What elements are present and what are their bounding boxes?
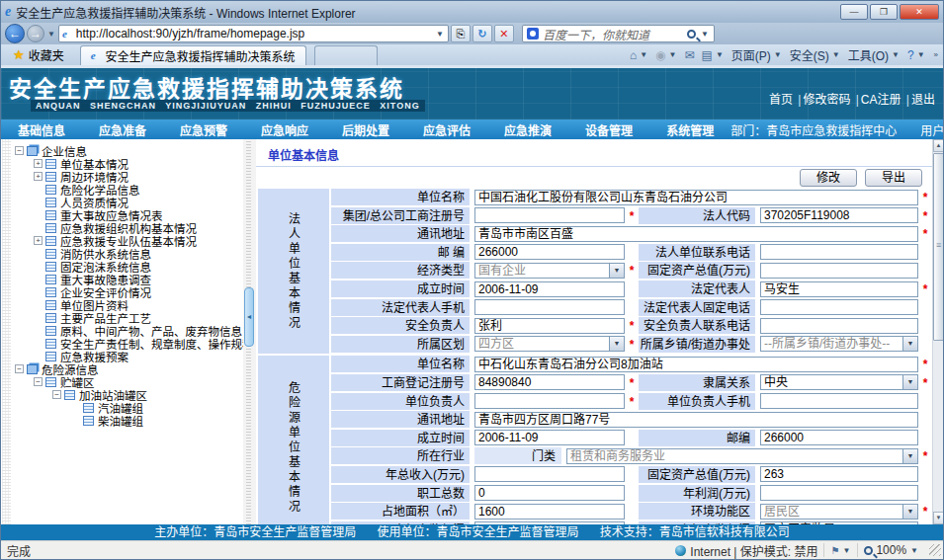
header-link-2[interactable]: CA注册 <box>861 93 901 107</box>
address-bar[interactable]: e http://localhost:90/yjzh/frame/homepag… <box>58 25 449 42</box>
collapse-icon[interactable]: − <box>52 390 61 399</box>
modify-button[interactable]: 修改 <box>800 169 857 187</box>
tree-item[interactable]: 危险化学品信息 <box>15 183 243 196</box>
menu-item-4[interactable]: 后期处置 <box>325 121 406 138</box>
resize-grip[interactable] <box>929 544 941 556</box>
help-menu[interactable]: ?▼ <box>907 48 926 62</box>
form-input[interactable]: 266000 <box>760 430 918 445</box>
export-button[interactable]: 导出 <box>865 169 922 187</box>
tree-item[interactable]: −危险源信息 <box>15 362 243 375</box>
form-input[interactable]: 青岛市市南区百盛 <box>474 226 918 242</box>
address-url[interactable]: http://localhost:90/yjzh/frame/homepage.… <box>76 27 431 40</box>
home-button[interactable]: ⌂▼ <box>630 48 648 62</box>
chevron-down-icon[interactable]: ▼ <box>902 449 917 463</box>
chevron-down-icon[interactable]: ▼ <box>902 337 917 351</box>
new-tab-stub[interactable] <box>314 45 378 65</box>
panel-splitter[interactable]: ◄ <box>243 139 256 524</box>
form-input[interactable] <box>474 466 625 482</box>
form-select[interactable]: 国有企业▼ <box>474 263 625 279</box>
refresh-button[interactable]: ↻ <box>472 25 492 42</box>
chevron-more-icon[interactable]: » <box>933 50 939 59</box>
forward-button[interactable]: → <box>27 25 44 42</box>
collapse-icon[interactable]: − <box>15 364 24 373</box>
form-input[interactable]: 370205F119008 <box>760 207 918 223</box>
maximize-button[interactable]: ❐ <box>870 4 898 20</box>
form-input[interactable]: 263 <box>760 466 918 482</box>
menu-item-5[interactable]: 应急评估 <box>406 121 487 138</box>
back-button[interactable]: ← <box>5 24 25 43</box>
expand-icon[interactable]: + <box>34 159 43 168</box>
protected-mode-button[interactable]: ⚑▼ <box>830 545 851 556</box>
form-input[interactable]: 84890840 <box>474 374 625 390</box>
form-input[interactable]: 2006-11-09 <box>474 430 625 445</box>
tree-item[interactable]: 应急救援预案 <box>15 350 243 362</box>
tree-item[interactable]: −企业信息 <box>15 144 243 157</box>
form-input[interactable]: 中石化山东青岛石油分公司8加油站 <box>474 357 918 372</box>
scroll-up-icon[interactable]: ▲ <box>933 139 943 152</box>
chevron-down-icon[interactable]: ▼ <box>609 337 624 351</box>
close-button[interactable]: ✕ <box>900 4 939 20</box>
form-input[interactable]: 2006-11-09 <box>474 281 625 297</box>
zoom-dropdown-icon[interactable]: ▼ <box>909 546 919 555</box>
page-menu[interactable]: 页面(P)▼ <box>731 46 783 63</box>
header-link-3[interactable]: 退出 <box>911 93 935 107</box>
tree-item[interactable]: 安全生产责任制、规章制度、操作规程信息 <box>15 337 243 350</box>
header-link-1[interactable]: 修改密码 <box>803 93 850 107</box>
chevron-down-icon[interactable]: ▼ <box>902 505 917 519</box>
form-input[interactable] <box>760 485 918 501</box>
menu-item-1[interactable]: 应急准备 <box>82 121 163 138</box>
active-tab[interactable]: e 安全生产应急救援指挥辅助决策系统 <box>80 45 306 65</box>
form-select[interactable]: 租赁和商务服务业▼ <box>566 448 918 464</box>
form-input[interactable] <box>474 393 625 409</box>
form-input[interactable]: 1600 <box>474 504 625 520</box>
mail-button[interactable]: ✉ <box>685 48 695 62</box>
chevron-down-icon[interactable]: ▼ <box>609 264 624 278</box>
form-select[interactable]: 居民区▼ <box>760 504 918 520</box>
content-scrollbar[interactable]: ▲ ▼ <box>932 139 943 524</box>
safety-menu[interactable]: 安全(S)▼ <box>790 46 841 63</box>
expand-icon[interactable]: + <box>34 172 43 181</box>
chevron-down-icon[interactable]: ▼ <box>902 375 917 389</box>
form-input[interactable] <box>760 393 918 409</box>
menu-item-2[interactable]: 应急预警 <box>163 121 244 138</box>
compatibility-view-button[interactable]: ⎘ <box>451 25 471 42</box>
form-input[interactable] <box>474 299 625 315</box>
tree-item-label[interactable]: 柴油罐组 <box>98 413 143 429</box>
form-input[interactable]: 中国石油化工股份有限公司山东青岛石油分公司 <box>474 190 918 205</box>
form-input[interactable]: 266000 <box>474 244 625 260</box>
favorites-button[interactable]: ★ 收藏夹 <box>5 45 72 64</box>
form-input[interactable] <box>760 263 918 279</box>
form-input[interactable] <box>760 318 918 334</box>
form-input[interactable]: 0 <box>474 485 625 501</box>
stop-button[interactable]: ✕ <box>494 25 514 42</box>
form-select[interactable]: 中央▼ <box>760 374 918 390</box>
tree-item[interactable]: 柴油罐组 <box>15 414 243 427</box>
zoom-control[interactable]: 100% ▼ <box>864 543 929 557</box>
search-dropdown-icon[interactable]: ▼ <box>700 30 710 39</box>
menu-item-6[interactable]: 应急推演 <box>487 121 568 138</box>
form-input[interactable] <box>760 299 918 315</box>
menu-item-7[interactable]: 设备管理 <box>568 121 649 138</box>
collapse-icon[interactable]: − <box>34 377 43 386</box>
form-select[interactable]: 四方区▼ <box>474 336 625 352</box>
collapse-icon[interactable]: − <box>15 146 24 155</box>
form-input[interactable]: 马安生 <box>760 281 918 297</box>
tree-item[interactable]: +单位基本情况 <box>15 157 243 170</box>
form-select[interactable]: --所属乡镇/街道办事处--▼ <box>760 336 918 352</box>
menu-item-3[interactable]: 应急响应 <box>244 121 325 138</box>
feeds-button[interactable]: ◉▼ <box>655 48 677 62</box>
menu-item-0[interactable]: 基础信息 <box>1 121 82 138</box>
minimize-button[interactable]: — <box>840 4 868 20</box>
search-input[interactable]: 百度一下，你就知道 <box>543 26 683 42</box>
form-input[interactable]: 张利 <box>474 318 625 334</box>
expand-icon[interactable]: + <box>34 236 43 245</box>
scroll-down-icon[interactable]: ▼ <box>933 512 943 524</box>
splitter-collapse-handle[interactable]: ◄ <box>244 287 254 347</box>
form-input[interactable] <box>760 244 918 260</box>
scrollbar-thumb[interactable] <box>933 153 943 341</box>
history-dropdown-icon[interactable]: ▼ <box>46 30 56 39</box>
menu-item-8[interactable]: 系统管理 <box>649 121 730 138</box>
print-button[interactable]: ▤▼ <box>702 48 725 62</box>
tools-menu[interactable]: 工具(O)▼ <box>848 46 901 63</box>
tree-item[interactable]: 企业安全评价情况 <box>15 285 243 298</box>
